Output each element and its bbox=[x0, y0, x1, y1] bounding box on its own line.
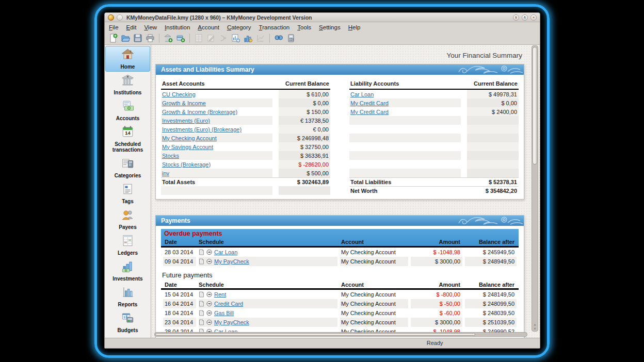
liability-row: My Credit Card$ 2400,00 bbox=[349, 107, 519, 116]
account-link[interactable]: Investments (Euro) (Brokerage) bbox=[162, 126, 242, 133]
account-link[interactable]: Investments (Euro) bbox=[162, 118, 210, 124]
enter-schedule-icon[interactable] bbox=[206, 310, 212, 316]
print-icon[interactable] bbox=[145, 33, 155, 43]
payment-cell: Rent bbox=[199, 290, 337, 299]
page-title: Your Financial Summary bbox=[155, 52, 522, 59]
schedule-link[interactable]: Rent bbox=[214, 291, 226, 298]
horizontal-scrollbar-thumb[interactable] bbox=[155, 333, 475, 336]
calculator-icon[interactable] bbox=[286, 33, 296, 43]
save-icon[interactable] bbox=[133, 33, 143, 43]
future-payment-row: 15 04 2014RentMy Checking Account$ -800,… bbox=[161, 290, 519, 299]
sidebar-item-reports[interactable]: Reports bbox=[105, 284, 150, 309]
close-button[interactable]: × bbox=[530, 14, 537, 21]
vertical-scrollbar[interactable]: ˄˅ bbox=[532, 45, 538, 332]
menu-settings[interactable]: Settings bbox=[319, 24, 341, 30]
account-link[interactable]: Stocks (Brokerage) bbox=[162, 161, 211, 168]
sidebar-item-accounts[interactable]: Accounts bbox=[105, 97, 150, 123]
menu-file[interactable]: File bbox=[109, 24, 119, 30]
new-account-icon[interactable] bbox=[175, 33, 186, 43]
liability-accounts-table: Liability AccountsCurrent BalanceCar Loa… bbox=[349, 79, 519, 195]
account-link[interactable]: CU Checking bbox=[162, 91, 196, 97]
open-file-icon[interactable] bbox=[120, 33, 131, 43]
menu-edit[interactable]: Edit bbox=[126, 24, 137, 30]
future-payments-rows: 15 04 2014RentMy Checking Account$ -800,… bbox=[161, 290, 519, 336]
scrollbar-arrows[interactable]: ˄˅ bbox=[532, 323, 538, 331]
toolbar-separator bbox=[189, 34, 190, 43]
enter-schedule-icon[interactable] bbox=[206, 301, 212, 307]
accounts-icon bbox=[121, 99, 135, 115]
menu-tools[interactable]: Tools bbox=[297, 24, 311, 30]
asset-row: Investments (Euro)€ 13738,50 bbox=[161, 116, 330, 125]
menu-help[interactable]: Help bbox=[348, 24, 361, 30]
account-link[interactable]: Growth & Income (Brokerage) bbox=[162, 109, 237, 115]
account-link[interactable]: My Savings Account bbox=[162, 144, 213, 150]
vertical-scrollbar-thumb[interactable] bbox=[533, 47, 537, 164]
sidebar-item-home[interactable]: Home bbox=[105, 46, 150, 72]
schedule-link[interactable]: My PayCheck bbox=[214, 258, 249, 265]
payment-cell: Car Loan bbox=[199, 248, 337, 257]
new-institution-icon[interactable] bbox=[163, 33, 173, 43]
chart-icon[interactable] bbox=[243, 33, 253, 43]
menu-view[interactable]: View bbox=[144, 24, 157, 30]
horizontal-scrollbar[interactable] bbox=[154, 332, 527, 337]
sidebar-item-budgets[interactable]: Budgets bbox=[105, 309, 150, 335]
column-header-date: Date bbox=[163, 281, 196, 288]
sidebar-item-investments[interactable]: Investments bbox=[105, 258, 150, 284]
reports-icon[interactable] bbox=[231, 33, 241, 43]
sidebar-item-institutions[interactable]: Institutions bbox=[105, 72, 150, 97]
svg-text:14: 14 bbox=[125, 130, 131, 136]
account-link[interactable]: My Credit Card bbox=[350, 109, 389, 115]
asset-row: My Checking Account$ 246998,48 bbox=[161, 134, 330, 142]
decorative-swirl bbox=[457, 216, 524, 226]
menu-account[interactable]: Account bbox=[198, 24, 219, 30]
account-link[interactable]: Stocks bbox=[162, 153, 179, 159]
sidebar-item-tags[interactable]: Tags bbox=[105, 180, 150, 206]
enter-schedule-icon[interactable] bbox=[206, 319, 212, 325]
schedule-link[interactable]: My PayCheck bbox=[214, 319, 249, 325]
menu-institution[interactable]: Institution bbox=[165, 24, 190, 30]
column-header-balance-after: Balance after bbox=[465, 281, 517, 288]
enter-schedule-icon[interactable] bbox=[206, 291, 212, 298]
column-header-balance-after: Balance after bbox=[465, 238, 517, 246]
account-link[interactable]: Car Loan bbox=[350, 91, 374, 97]
total-liabilities-row: Total Liabilities$ 52378,31 bbox=[349, 177, 519, 186]
find-transaction-icon[interactable] bbox=[273, 33, 284, 43]
account-link[interactable]: My Checking Account bbox=[162, 135, 217, 141]
sidebar-item-ledgers[interactable]: Ledgers bbox=[105, 232, 150, 258]
payment-cell: $ 3000,00 bbox=[411, 318, 462, 327]
payment-cell: 28 03 2014 bbox=[163, 248, 196, 257]
account-link[interactable]: inv bbox=[162, 170, 169, 176]
sidebar-item-scheduled-transactions[interactable]: 14Scheduled transactions bbox=[105, 123, 150, 155]
new-file-icon[interactable] bbox=[108, 33, 118, 43]
payment-cell: $ 248949,50 bbox=[465, 257, 517, 266]
sidebar-item-categories[interactable]: Categories bbox=[105, 155, 150, 180]
asset-row: CU Checking$ 610,00 bbox=[161, 90, 330, 98]
schedule-link[interactable]: Car Loan bbox=[214, 249, 237, 255]
payment-cell: My Checking Account bbox=[340, 318, 408, 327]
account-link[interactable]: Growth & Income bbox=[162, 100, 206, 106]
window-controls: ∨ ∧ × bbox=[513, 14, 537, 21]
menu-transaction[interactable]: Transaction bbox=[259, 24, 290, 30]
column-header-date: Date bbox=[163, 238, 196, 246]
enter-schedule-icon[interactable] bbox=[206, 249, 212, 255]
menu-category[interactable]: Category bbox=[227, 24, 251, 30]
account-link[interactable]: My Credit Card bbox=[350, 100, 389, 106]
titlebar[interactable]: KMyMoneyDataFile.kmy (1280 x 960) – KMyM… bbox=[105, 13, 540, 22]
empty-row bbox=[349, 142, 519, 151]
main-area: HomeInstitutionsAccounts14Scheduled tran… bbox=[105, 45, 540, 338]
table-header: Asset AccountsCurrent Balance bbox=[161, 79, 330, 90]
payment-cell: $ -60,00 bbox=[411, 308, 462, 318]
payment-cell: $ 248039,50 bbox=[465, 308, 517, 318]
toolbar-separator bbox=[269, 34, 270, 43]
payment-cell: 15 04 2014 bbox=[163, 290, 196, 299]
future-payment-row: 16 04 2014Credit CardMy Checking Account… bbox=[161, 299, 519, 308]
investments-icon bbox=[121, 259, 135, 275]
schedule-link[interactable]: Gas Bill bbox=[214, 310, 234, 316]
enter-schedule-icon[interactable] bbox=[206, 258, 212, 265]
sidebar-item-payees[interactable]: Payees bbox=[105, 206, 150, 232]
maximize-button[interactable]: ∧ bbox=[522, 14, 528, 21]
minimize-button[interactable]: ∨ bbox=[513, 14, 519, 21]
shade-button[interactable] bbox=[117, 14, 123, 21]
note-icon bbox=[199, 258, 204, 265]
schedule-link[interactable]: Credit Card bbox=[214, 301, 243, 307]
